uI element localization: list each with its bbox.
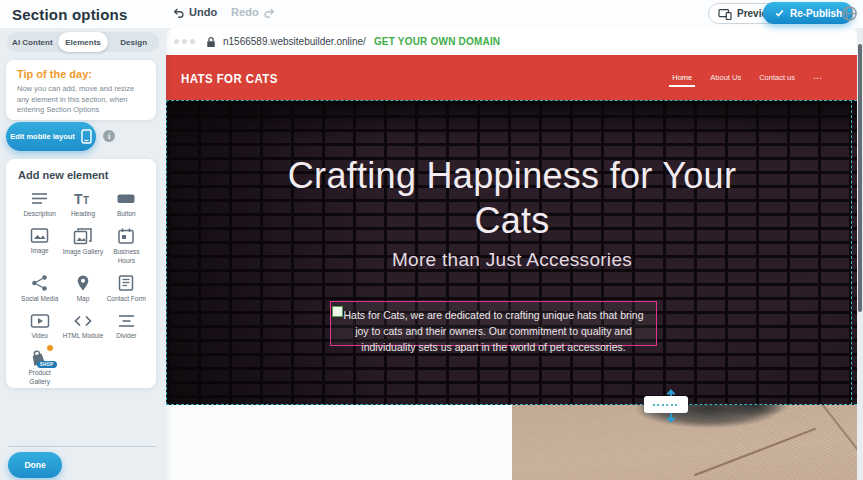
grip-dots-icon [653, 404, 679, 406]
undo-redo-group: Undo Redo [172, 6, 276, 18]
element-drag-handle[interactable] [332, 306, 343, 317]
element-item-image[interactable]: Image [18, 227, 61, 265]
hero-description-selected[interactable]: Hats for Cats, we are dedicated to craft… [330, 301, 657, 346]
element-item-description[interactable]: Description [18, 190, 61, 218]
element-label: Contact Form [107, 295, 146, 303]
tab-elements[interactable]: Elements [58, 32, 109, 52]
button-icon [116, 190, 136, 207]
check-icon [774, 8, 785, 18]
element-label: Map [77, 295, 90, 303]
undo-icon [172, 7, 185, 18]
element-item-video[interactable]: Video [18, 313, 61, 340]
element-label: Social Media [21, 295, 58, 303]
element-label: Image Gallery [63, 248, 103, 256]
language-globe-button[interactable] [840, 4, 859, 23]
hero-description-text: Hats for Cats, we are dedicated to craft… [339, 308, 648, 355]
info-icon[interactable]: i [103, 130, 115, 142]
cat-photo [512, 405, 857, 480]
text-lines-icon [30, 190, 49, 207]
element-item-image-gallery[interactable]: Image Gallery [61, 227, 104, 265]
browser-dot [174, 39, 179, 44]
tab-design[interactable]: Design [108, 32, 159, 52]
heading-icon: TT [73, 190, 92, 207]
redo-button[interactable]: Redo [231, 6, 276, 18]
element-item-product-gallery[interactable]: SHOP Product Gallery [18, 349, 61, 386]
element-label: Business Hours [105, 248, 148, 265]
divider-icon [117, 313, 136, 329]
hero-section-selected[interactable]: Crafting Happiness for Your Cats More th… [166, 100, 857, 405]
done-button[interactable]: Done [8, 452, 62, 478]
page-title: Section options [12, 6, 128, 23]
site-logo[interactable]: HATS FOR CATS [181, 71, 278, 85]
shop-badge-dot [46, 344, 54, 352]
next-section[interactable] [166, 405, 857, 480]
site-nav: Home About Us Contact us ⋯ [672, 55, 823, 100]
section-outline-right [851, 100, 852, 405]
scrollbar-thumb[interactable] [858, 44, 862, 312]
editor-canvas: Section options Undo Redo Preview Re-Pub… [0, 0, 863, 480]
code-icon [73, 313, 93, 329]
nav-item-home[interactable]: Home [672, 67, 692, 88]
browser-dots [174, 39, 195, 44]
element-item-social-media[interactable]: Social Media [18, 274, 61, 303]
element-item-contact-form[interactable]: Contact Form [105, 274, 148, 303]
image-gallery-icon [73, 227, 93, 245]
element-item-divider[interactable]: Divider [105, 313, 148, 340]
sidebar-tabs: AI Content Elements Design [7, 32, 159, 52]
nav-item-about[interactable]: About Us [710, 67, 741, 88]
element-item-html-module[interactable]: HTML Module [61, 313, 104, 340]
devices-icon [718, 8, 732, 20]
browser-dot [182, 39, 187, 44]
section-resize-handle[interactable] [644, 396, 688, 413]
svg-text:T: T [74, 191, 83, 207]
top-bar: Section options Undo Redo Preview Re-Pub… [0, 0, 863, 28]
element-item-business-hours[interactable]: Business Hours [105, 227, 148, 265]
tab-ai-content[interactable]: AI Content [7, 32, 58, 52]
undo-label: Undo [189, 6, 217, 18]
pavement-crack [819, 405, 857, 464]
element-item-button[interactable]: Button [105, 190, 148, 218]
globe-icon [841, 5, 858, 22]
browser-dot [190, 39, 195, 44]
map-pin-icon [75, 274, 91, 292]
shop-icon: SHOP [29, 349, 51, 366]
element-label: Product Gallery [18, 369, 61, 386]
add-element-title: Add new element [18, 169, 148, 181]
site-header: HATS FOR CATS Home About Us Contact us ⋯ [166, 55, 857, 100]
element-label: Description [23, 210, 56, 218]
nav-item-contact[interactable]: Contact us [759, 67, 795, 88]
element-item-heading[interactable]: TT Heading [61, 190, 104, 218]
edit-mobile-layout-button[interactable]: Edit mobile layout [6, 122, 96, 151]
element-item-map[interactable]: Map [61, 274, 104, 303]
undo-button[interactable]: Undo [172, 6, 217, 18]
edit-mobile-label: Edit mobile layout [10, 132, 75, 141]
hero-subheading[interactable]: More than Just Accessories [167, 249, 857, 271]
share-icon [31, 274, 49, 292]
element-grid: Description TT Heading Button Image Imag… [18, 190, 148, 386]
lock-icon [206, 36, 216, 48]
add-new-element-panel: Add new element Description TT Heading B… [6, 159, 156, 388]
preview-scrollbar[interactable] [857, 28, 863, 480]
element-label: Divider [116, 332, 136, 340]
nav-more-icon[interactable]: ⋯ [813, 73, 823, 83]
section-options-sidebar: AI Content Elements Design Tip of the da… [0, 28, 166, 480]
browser-bar: n1566589.websitebuilder.online/ GET YOUR… [166, 28, 857, 55]
tip-body: Now you can add, move and resize any ele… [17, 84, 145, 116]
element-label: Video [31, 332, 48, 340]
grid-spacer [61, 349, 104, 386]
sidebar-divider [8, 446, 156, 447]
hero-heading[interactable]: Crafting Happiness for Your Cats [272, 153, 752, 243]
tip-of-the-day-card: Tip of the day: Now you can add, move an… [6, 60, 156, 120]
pavement-crack [694, 428, 816, 476]
svg-text:T: T [83, 195, 89, 206]
tip-title: Tip of the day: [17, 68, 145, 80]
shop-badge-label: SHOP [37, 361, 57, 368]
element-label: HTML Module [63, 332, 104, 340]
site-url: n1566589.websitebuilder.online/ [223, 36, 366, 47]
phone-icon [81, 129, 92, 144]
republish-label: Re-Publish [790, 8, 842, 19]
form-icon [117, 274, 135, 292]
redo-icon [263, 7, 276, 18]
element-label: Heading [71, 210, 95, 218]
get-domain-link[interactable]: GET YOUR OWN DOMAIN [374, 36, 500, 47]
